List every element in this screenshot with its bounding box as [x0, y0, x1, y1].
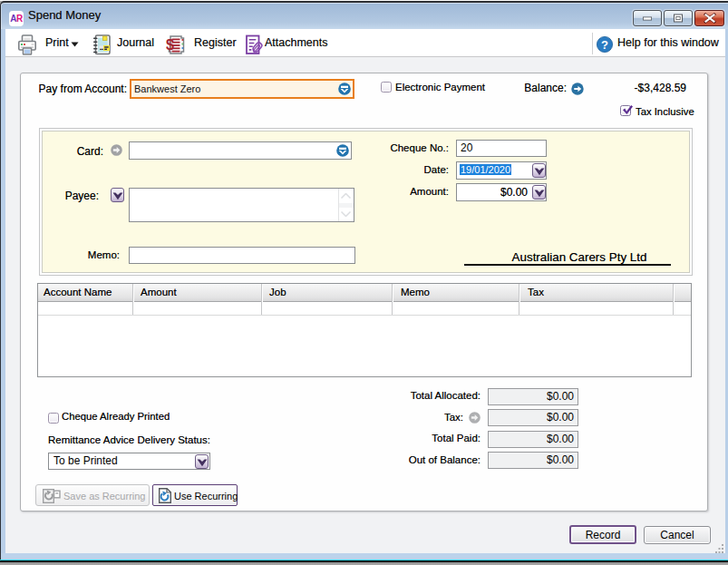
svg-text:?: ? [601, 38, 608, 52]
svg-text:$: $ [166, 37, 174, 53]
